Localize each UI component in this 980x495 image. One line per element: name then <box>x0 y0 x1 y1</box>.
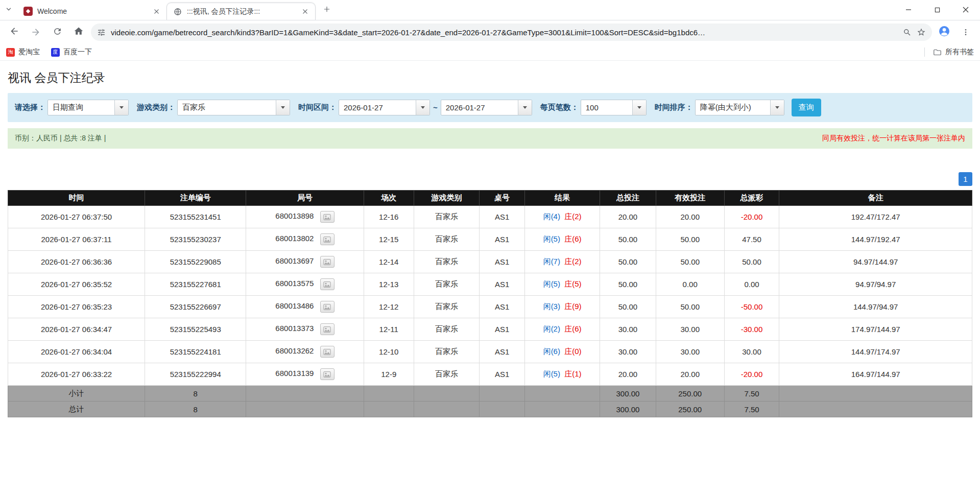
game-kind-value[interactable] <box>178 100 276 115</box>
date-separator: ~ <box>433 103 438 112</box>
dropdown-arrow-icon[interactable] <box>518 100 532 115</box>
cell-bet-id: 523155225493 <box>145 318 246 341</box>
game-kind-label: 游戏类别： <box>137 103 175 112</box>
site-info-icon[interactable] <box>97 28 106 37</box>
cell-total-payout: 50.00 <box>724 251 779 273</box>
cell-total-bet[interactable]: 30.00 <box>600 341 656 363</box>
tab-welcome[interactable]: Welcome <box>17 3 166 20</box>
date-start-input[interactable] <box>339 100 430 115</box>
round-media-button[interactable] <box>320 346 334 358</box>
cell-total-bet[interactable]: 20.00 <box>600 363 656 386</box>
home-button[interactable] <box>69 23 88 41</box>
close-window-button[interactable] <box>951 0 980 20</box>
picture-icon <box>323 214 331 220</box>
col-round-id: 局号 <box>246 191 364 206</box>
cell-session: 12-12 <box>364 296 414 318</box>
date-start-value[interactable] <box>339 100 416 115</box>
cell-table-no: AS1 <box>480 341 525 363</box>
round-id-text: 680013486 <box>275 301 314 310</box>
page-size-value[interactable] <box>581 100 632 115</box>
bookmark-taobao[interactable]: 淘 爱淘宝 <box>6 48 40 57</box>
date-end-input[interactable] <box>441 100 532 115</box>
sort-value[interactable] <box>696 100 770 115</box>
round-id-text: 680013697 <box>275 256 314 265</box>
result-banker: 庄(5) <box>564 279 581 288</box>
round-media-button[interactable] <box>320 368 334 380</box>
cell-bet-id: 523155224181 <box>145 341 246 363</box>
dropdown-arrow-icon[interactable] <box>632 100 646 115</box>
table-row: 2026-01-27 06:37:11 523155230237 6800138… <box>8 228 972 251</box>
round-media-button[interactable] <box>320 256 334 268</box>
reload-button[interactable] <box>48 23 66 41</box>
new-tab-button[interactable] <box>319 2 335 18</box>
forward-button[interactable] <box>27 23 45 41</box>
page-size-select[interactable] <box>581 100 647 115</box>
round-id-text: 680013373 <box>275 324 314 333</box>
cell-total-bet[interactable]: 50.00 <box>600 228 656 251</box>
cell-total-bet[interactable]: 50.00 <box>600 273 656 296</box>
cell-game: 百家乐 <box>414 363 479 386</box>
cell-time: 2026-01-27 06:34:47 <box>8 318 145 341</box>
tab-strip: Welcome :::视讯, 会员下注记录::: <box>0 0 980 20</box>
tab-close-icon[interactable] <box>300 7 310 17</box>
round-media-button[interactable] <box>320 301 334 313</box>
sort-select[interactable] <box>695 100 784 115</box>
cell-total-payout: -20.00 <box>724 206 779 228</box>
menu-kebab-icon[interactable] <box>957 23 975 41</box>
cell-total-bet[interactable]: 20.00 <box>600 206 656 228</box>
subtotal-total-bet: 300.00 <box>600 386 656 402</box>
page-size-label: 每页笔数： <box>540 103 579 112</box>
bookmark-baidu[interactable]: 度 百度一下 <box>51 48 92 57</box>
browser-window: Welcome :::视讯, 会员下注记录::: <box>0 0 980 61</box>
cell-table-no: AS1 <box>480 251 525 273</box>
zoom-icon[interactable] <box>903 28 912 37</box>
cell-session: 12-16 <box>364 206 414 228</box>
tab-close-icon[interactable] <box>151 6 161 16</box>
cell-result: 闲(3) 庄(9) <box>524 296 600 318</box>
dropdown-arrow-icon[interactable] <box>114 100 128 115</box>
forward-icon <box>31 27 41 37</box>
search-button[interactable]: 查询 <box>792 99 821 116</box>
dropdown-arrow-icon[interactable] <box>416 100 429 115</box>
bookmark-star-icon[interactable] <box>917 28 926 37</box>
query-type-value[interactable] <box>48 100 114 115</box>
home-icon <box>74 26 84 38</box>
bookmark-label: 百度一下 <box>63 48 92 57</box>
tab-title: Welcome <box>37 7 147 15</box>
minimize-button[interactable] <box>894 0 923 20</box>
result-player: 闲(3) <box>543 302 560 311</box>
url-bar[interactable]: videoie.com/game/betrecord_search/kind3?… <box>91 23 932 41</box>
cell-table-no: AS1 <box>480 363 525 386</box>
date-end-value[interactable] <box>441 100 518 115</box>
table-row: 2026-01-27 06:35:52 523155227681 6800135… <box>8 273 972 296</box>
all-bookmarks-button[interactable]: 所有书签 <box>933 48 974 57</box>
round-media-button[interactable] <box>320 233 334 245</box>
game-kind-select[interactable] <box>177 100 290 115</box>
cell-time: 2026-01-27 06:37:11 <box>8 228 145 251</box>
dropdown-arrow-icon[interactable] <box>276 100 290 115</box>
tab-search-button[interactable] <box>0 2 17 19</box>
round-media-button[interactable] <box>320 278 334 290</box>
cell-note: 174.97/144.97 <box>779 318 972 341</box>
table-header: 时间 注单编号 局号 场次 游戏类别 桌号 结果 总投注 有效投注 总派彩 备注 <box>8 191 972 206</box>
cell-result: 闲(5) 庄(5) <box>524 273 600 296</box>
cell-total-payout: 47.50 <box>724 228 779 251</box>
round-media-button[interactable] <box>320 211 334 223</box>
cell-bet-id: 523155230237 <box>145 228 246 251</box>
dropdown-arrow-icon[interactable] <box>770 100 784 115</box>
maximize-button[interactable] <box>923 0 951 20</box>
tab-betrecord[interactable]: :::视讯, 会员下注记录::: <box>166 3 316 20</box>
back-button[interactable] <box>5 23 23 41</box>
cell-total-bet[interactable]: 50.00 <box>600 251 656 273</box>
round-id-text: 680013139 <box>275 369 314 378</box>
query-type-select[interactable] <box>47 100 129 115</box>
bookmarks-divider <box>924 48 925 57</box>
cell-round-id: 680013486 <box>246 296 364 318</box>
profile-avatar[interactable] <box>935 23 953 41</box>
chevron-down-icon <box>5 6 12 15</box>
page-number-button[interactable]: 1 <box>959 172 972 186</box>
cell-total-bet[interactable]: 30.00 <box>600 318 656 341</box>
cell-session: 12-14 <box>364 251 414 273</box>
round-media-button[interactable] <box>320 323 334 335</box>
cell-total-bet[interactable]: 50.00 <box>600 296 656 318</box>
